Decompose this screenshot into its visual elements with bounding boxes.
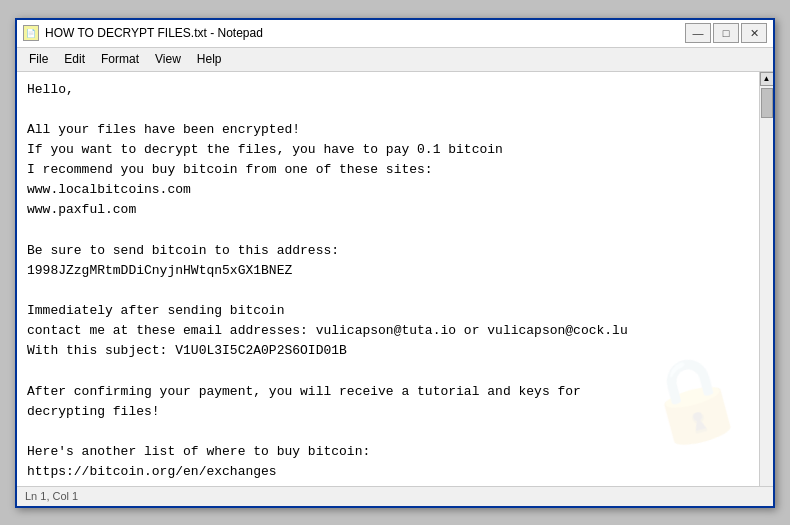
- minimize-button[interactable]: —: [685, 23, 711, 43]
- window-title: HOW TO DECRYPT FILES.txt - Notepad: [45, 26, 263, 40]
- content-area: Hello, All your files have been encrypte…: [17, 72, 773, 486]
- title-bar-left: 📄 HOW TO DECRYPT FILES.txt - Notepad: [23, 25, 263, 41]
- maximize-button[interactable]: □: [713, 23, 739, 43]
- title-bar: 📄 HOW TO DECRYPT FILES.txt - Notepad — □…: [17, 20, 773, 48]
- notepad-window: 📄 HOW TO DECRYPT FILES.txt - Notepad — □…: [15, 18, 775, 508]
- menu-bar: File Edit Format View Help: [17, 48, 773, 72]
- scrollbar[interactable]: ▲: [759, 72, 773, 486]
- menu-view[interactable]: View: [147, 50, 189, 68]
- menu-help[interactable]: Help: [189, 50, 230, 68]
- text-editor[interactable]: Hello, All your files have been encrypte…: [17, 72, 759, 486]
- menu-file[interactable]: File: [21, 50, 56, 68]
- menu-edit[interactable]: Edit: [56, 50, 93, 68]
- window-controls: — □ ✕: [685, 23, 767, 43]
- status-bar: Ln 1, Col 1: [17, 486, 773, 506]
- app-icon: 📄: [23, 25, 39, 41]
- menu-format[interactable]: Format: [93, 50, 147, 68]
- scroll-thumb[interactable]: [761, 88, 773, 118]
- status-text: Ln 1, Col 1: [25, 490, 78, 502]
- scroll-up-button[interactable]: ▲: [760, 72, 774, 86]
- close-button[interactable]: ✕: [741, 23, 767, 43]
